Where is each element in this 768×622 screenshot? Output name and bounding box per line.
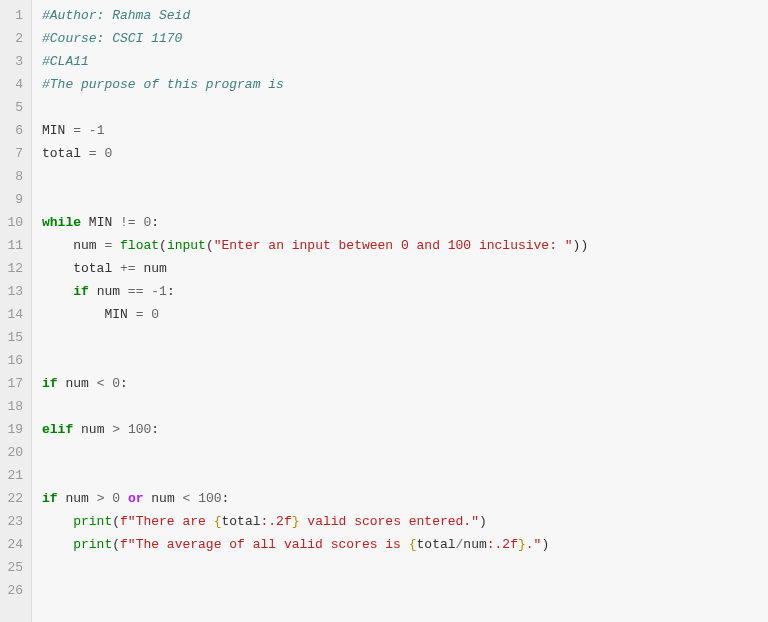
interp-token: { xyxy=(214,514,222,529)
builtin-token: print xyxy=(73,514,112,529)
code-line[interactable] xyxy=(42,165,768,188)
line-number: 8 xyxy=(4,165,23,188)
operator-token: = xyxy=(73,123,81,138)
code-line[interactable]: total += num xyxy=(42,257,768,280)
line-number: 14 xyxy=(4,303,23,326)
code-line[interactable] xyxy=(42,579,768,602)
punct-token: : xyxy=(151,422,159,437)
punct-token: ( xyxy=(159,238,167,253)
operator-token: == xyxy=(128,284,144,299)
indent xyxy=(42,307,104,322)
code-line[interactable]: if num == -1: xyxy=(42,280,768,303)
name-token: num xyxy=(143,261,166,276)
line-number: 3 xyxy=(4,50,23,73)
code-line[interactable]: #Course: CSCI 1170 xyxy=(42,27,768,50)
interp-token: { xyxy=(409,537,417,552)
code-line[interactable] xyxy=(42,326,768,349)
punct-token: ) xyxy=(541,537,549,552)
builtin-token: float xyxy=(120,238,159,253)
code-line[interactable]: num = float(input("Enter an input betwee… xyxy=(42,234,768,257)
indent xyxy=(42,537,73,552)
line-number: 20 xyxy=(4,441,23,464)
code-line[interactable]: MIN = 0 xyxy=(42,303,768,326)
code-line[interactable]: #The purpose of this program is xyxy=(42,73,768,96)
operator-token: < xyxy=(183,491,191,506)
punct-token: ( xyxy=(112,537,120,552)
code-line[interactable] xyxy=(42,556,768,579)
operator-token: += xyxy=(120,261,136,276)
code-line[interactable]: if num > 0 or num < 100: xyxy=(42,487,768,510)
line-number: 21 xyxy=(4,464,23,487)
code-line[interactable]: total = 0 xyxy=(42,142,768,165)
name-token: MIN xyxy=(104,307,127,322)
number-token: 0 xyxy=(151,307,159,322)
format-token: :.2f xyxy=(261,514,292,529)
code-line[interactable] xyxy=(42,395,768,418)
code-line[interactable]: elif num > 100: xyxy=(42,418,768,441)
number-token: -1 xyxy=(151,284,167,299)
line-number: 1 xyxy=(4,4,23,27)
comment-token: #CLA11 xyxy=(42,54,89,69)
keyword-token: if xyxy=(42,491,58,506)
punct-token: ( xyxy=(112,514,120,529)
code-line[interactable]: if num < 0: xyxy=(42,372,768,395)
string-token: "The average of all valid scores is xyxy=(128,537,409,552)
string-token: ." xyxy=(526,537,542,552)
indent xyxy=(42,261,73,276)
code-line[interactable]: while MIN != 0: xyxy=(42,211,768,234)
code-line[interactable] xyxy=(42,349,768,372)
code-line[interactable] xyxy=(42,188,768,211)
name-token: num xyxy=(151,491,174,506)
format-token: :.2f xyxy=(487,537,518,552)
line-number: 18 xyxy=(4,395,23,418)
indent xyxy=(42,514,73,529)
number-token: -1 xyxy=(89,123,105,138)
code-line[interactable] xyxy=(42,96,768,119)
number-token: 100 xyxy=(128,422,151,437)
name-token: total xyxy=(42,146,81,161)
code-line[interactable]: MIN = -1 xyxy=(42,119,768,142)
code-line[interactable] xyxy=(42,464,768,487)
name-token: num xyxy=(97,284,120,299)
string-token: valid scores entered." xyxy=(300,514,479,529)
name-token: num xyxy=(463,537,486,552)
number-token: 0 xyxy=(112,491,120,506)
punct-token: : xyxy=(120,376,128,391)
string-token: "There are xyxy=(128,514,214,529)
line-number: 12 xyxy=(4,257,23,280)
name-token: MIN xyxy=(42,123,65,138)
name-token: total xyxy=(222,514,261,529)
code-line[interactable]: print(f"There are {total:.2f} valid scor… xyxy=(42,510,768,533)
line-number: 7 xyxy=(4,142,23,165)
punct-token: ( xyxy=(206,238,214,253)
indent xyxy=(42,284,73,299)
code-line[interactable]: #Author: Rahma Seid xyxy=(42,4,768,27)
interp-token: } xyxy=(292,514,300,529)
builtin-token: print xyxy=(73,537,112,552)
line-number: 10 xyxy=(4,211,23,234)
operator-token: > xyxy=(112,422,120,437)
indent xyxy=(42,238,73,253)
code-line[interactable] xyxy=(42,441,768,464)
line-number: 22 xyxy=(4,487,23,510)
line-number: 4 xyxy=(4,73,23,96)
punct-token: : xyxy=(151,215,159,230)
code-line[interactable]: #CLA11 xyxy=(42,50,768,73)
string-token: "Enter an input between 0 and 100 inclus… xyxy=(214,238,573,253)
string-affix-token: f xyxy=(120,514,128,529)
punct-token: : xyxy=(167,284,175,299)
code-line[interactable]: print(f"The average of all valid scores … xyxy=(42,533,768,556)
name-token: MIN xyxy=(89,215,112,230)
code-content[interactable]: #Author: Rahma Seid #Course: CSCI 1170 #… xyxy=(32,0,768,622)
punct-token: )) xyxy=(573,238,589,253)
line-number: 6 xyxy=(4,119,23,142)
operator-token: = xyxy=(136,307,144,322)
name-token: num xyxy=(73,238,96,253)
punct-token: ) xyxy=(479,514,487,529)
comment-token: #Course: CSCI 1170 xyxy=(42,31,182,46)
punct-token: : xyxy=(222,491,230,506)
keyword-token: while xyxy=(42,215,81,230)
keyword-token: elif xyxy=(42,422,73,437)
code-editor[interactable]: 1 2 3 4 5 6 7 8 9 10 11 12 13 14 15 16 1… xyxy=(0,0,768,622)
line-number: 16 xyxy=(4,349,23,372)
